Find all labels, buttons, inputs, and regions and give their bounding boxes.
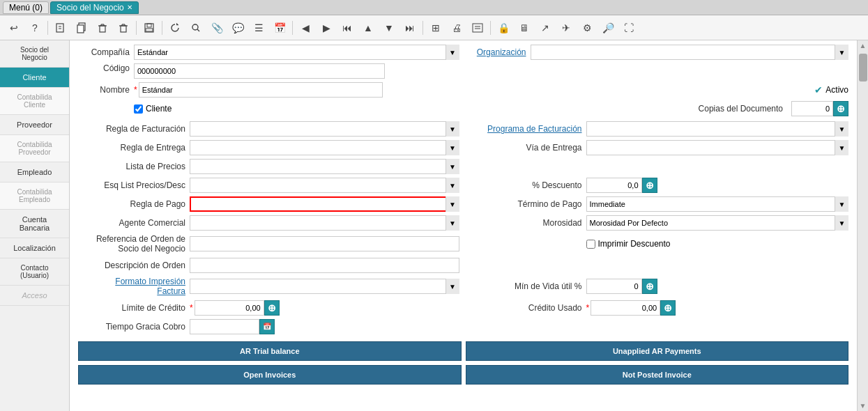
sidebar-item-proveedor[interactable]: Proveedor: [0, 115, 69, 135]
programa-facturacion-label[interactable]: Programa de Facturación: [468, 124, 586, 134]
sidebar-item-acceso[interactable]: Acceso: [0, 286, 69, 306]
lock-button[interactable]: 🔒: [494, 18, 513, 38]
copias-label: Copias del Documento: [676, 104, 787, 114]
settings-button[interactable]: ⚙: [577, 18, 597, 38]
formato-select[interactable]: [190, 279, 459, 294]
sidebar-item-contab-empleado[interactable]: Contabilida Empleado: [0, 183, 69, 210]
min-vida-input[interactable]: 0: [586, 279, 642, 294]
lista-precios-wrapper: ▼: [190, 159, 459, 174]
nombre-input[interactable]: Estándar: [139, 82, 383, 98]
delete2-button[interactable]: [114, 18, 133, 38]
activo-label: Activo: [825, 85, 848, 95]
esq-list-select[interactable]: [190, 178, 459, 193]
svg-rect-4: [77, 25, 84, 33]
toolbar-sep-4: [292, 21, 293, 35]
programa-facturacion-select[interactable]: [586, 121, 849, 137]
sidebar-item-contacto[interactable]: Contacto (Usuario): [0, 258, 69, 286]
send-button[interactable]: ✈: [556, 18, 576, 38]
tab-socio[interactable]: Socio del Negocio ✕: [50, 1, 139, 14]
find-button[interactable]: [186, 18, 206, 38]
not-posted-btn[interactable]: Not Posted Invoice: [466, 365, 849, 385]
organizacion-select[interactable]: [531, 45, 849, 60]
descripcion-input[interactable]: [190, 258, 459, 273]
sidebar-item-contab-cliente[interactable]: Contabilida Cliente: [0, 88, 69, 115]
next-button[interactable]: ▶: [317, 18, 336, 38]
first-button[interactable]: ⏮: [337, 18, 357, 38]
sidebar-item-cuenta[interactable]: Cuenta Bancaria: [0, 210, 69, 238]
screen-button[interactable]: 🖥: [515, 18, 534, 38]
credito-usado-input[interactable]: 0,00: [591, 300, 660, 316]
grid-button[interactable]: ⊞: [426, 18, 446, 38]
report-button[interactable]: [468, 18, 487, 38]
save-button[interactable]: [139, 18, 159, 38]
cliente-checkbox[interactable]: [134, 104, 143, 114]
sidebar-item-cliente[interactable]: Cliente: [0, 68, 69, 88]
tab-close-icon[interactable]: ✕: [127, 3, 132, 11]
sidebar-item-empleado[interactable]: Empleado: [0, 162, 69, 183]
refresh-button[interactable]: [165, 18, 185, 38]
regla-pago-select[interactable]: [190, 196, 459, 212]
prev-button[interactable]: ◀: [296, 18, 315, 38]
print-button[interactable]: 🖨: [447, 18, 466, 38]
help-button[interactable]: ?: [25, 18, 45, 38]
scrollbar-right[interactable]: ▲ ▼: [857, 40, 868, 411]
up-button[interactable]: ▲: [358, 18, 378, 38]
chat-button[interactable]: 💬: [228, 18, 248, 38]
scroll-up-icon[interactable]: ▲: [858, 40, 868, 51]
scrollbar-thumb[interactable]: [859, 54, 867, 82]
main-layout: Socio del Negocio Cliente Contabilida Cl…: [0, 40, 868, 411]
copias-input[interactable]: 0: [791, 101, 833, 116]
agente-comercial-select[interactable]: [190, 215, 459, 231]
descuento-increment-btn[interactable]: ⊕: [642, 178, 657, 193]
fullscreen-button[interactable]: ⛶: [619, 18, 639, 38]
limite-credito-row: Límite de Crédito * 0,00 ⊕: [78, 300, 459, 316]
save-icon: [144, 22, 155, 33]
history-button[interactable]: ☰: [249, 18, 268, 38]
organizacion-label[interactable]: Organización: [468, 47, 531, 57]
scroll-down-icon[interactable]: ▼: [858, 401, 868, 411]
arrow-button[interactable]: ↗: [535, 18, 555, 38]
cal-button[interactable]: 📅: [270, 18, 289, 38]
delete1-icon: [97, 22, 108, 33]
cliente-copias-row: Cliente Copias del Documento 0 ⊕: [78, 101, 848, 116]
sidebar-item-socio[interactable]: Socio del Negocio: [0, 40, 69, 68]
zoom-button[interactable]: 🔎: [598, 18, 618, 38]
open-invoices-btn[interactable]: Open Invoices: [78, 365, 462, 385]
tiempo-gracia-cal-btn[interactable]: 📅: [259, 319, 275, 334]
new-button[interactable]: [51, 18, 70, 38]
lista-precios-select[interactable]: [190, 159, 459, 174]
min-vida-increment-btn[interactable]: ⊕: [642, 279, 657, 294]
attach-button[interactable]: 📎: [207, 18, 227, 38]
formato-label[interactable]: Formato Impresión Factura: [78, 277, 190, 297]
ar-trial-btn[interactable]: AR Trial balance: [78, 341, 462, 361]
credito-required: *: [586, 303, 590, 313]
unapplied-btn[interactable]: Unapplied AR Payments: [466, 341, 849, 361]
copias-increment-btn[interactable]: ⊕: [833, 101, 848, 116]
copy-button[interactable]: [72, 18, 91, 38]
regla-facturacion-select[interactable]: [190, 121, 459, 137]
last-button[interactable]: ⏭: [400, 18, 420, 38]
codigo-input[interactable]: 000000000: [134, 63, 385, 79]
referencia-input[interactable]: [190, 236, 459, 251]
down-button[interactable]: ▼: [379, 18, 399, 38]
morosidad-select[interactable]: Morosidad Por Defecto: [586, 215, 849, 231]
compania-select[interactable]: Estándar: [134, 45, 459, 60]
limite-increment-btn[interactable]: ⊕: [264, 300, 280, 316]
termino-pago-wrapper: Immediate ▼: [586, 196, 849, 212]
regla-entrega-select[interactable]: [190, 140, 459, 155]
credito-usado-increment-btn[interactable]: ⊕: [660, 300, 676, 316]
min-vida-wrapper: 0 ⊕: [586, 279, 657, 294]
limite-input[interactable]: 0,00: [195, 300, 264, 316]
tab-menu[interactable]: Menú (0): [3, 1, 49, 14]
tiempo-gracia-input[interactable]: [190, 319, 259, 334]
sidebar-item-contab-proveedor[interactable]: Contabilida Proveedor: [0, 135, 69, 162]
morosidad-label: Morosidad: [468, 218, 586, 228]
delete1-button[interactable]: [93, 18, 112, 38]
termino-pago-select[interactable]: Immediate: [586, 196, 849, 212]
descuento-input[interactable]: 0,0: [586, 178, 642, 193]
sidebar-item-localizacion[interactable]: Localización: [0, 238, 69, 258]
two-col-section: Regla de Facturación ▼ Programa de Factu…: [78, 121, 848, 334]
via-entrega-select[interactable]: [586, 140, 849, 155]
imprimir-descuento-checkbox[interactable]: [586, 240, 595, 249]
back-button[interactable]: ↩: [4, 18, 24, 38]
